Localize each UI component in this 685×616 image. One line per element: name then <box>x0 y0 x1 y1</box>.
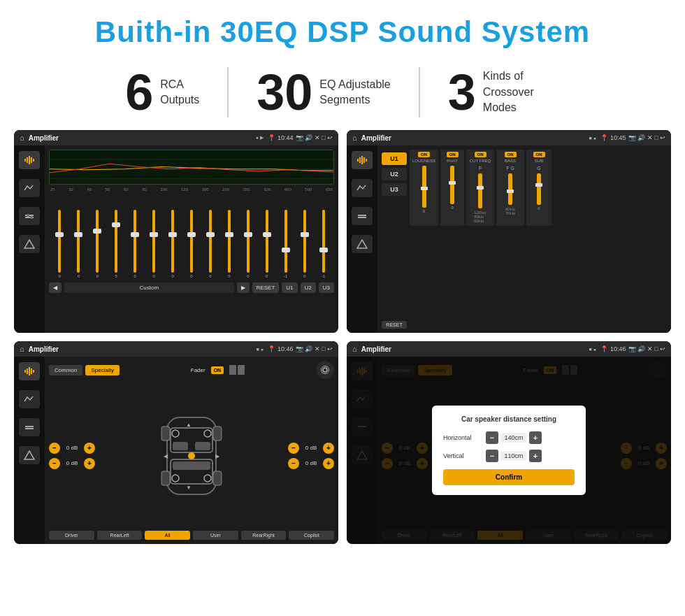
eq-slider-5[interactable]: 0 <box>145 210 164 278</box>
svg-rect-36 <box>195 442 210 450</box>
eq-panel-icon-2[interactable] <box>19 179 40 197</box>
crossover-panel-icon-4[interactable] <box>352 235 373 253</box>
dialog-vertical-plus[interactable]: + <box>529 450 542 462</box>
fader-left-db-controls: − 0 dB + − 0 dB + <box>49 383 95 528</box>
eq-slider-0[interactable]: 0 <box>50 210 69 278</box>
crossover-status-bar: ⌂ Amplifier ■ ● 📍 10:45 📷 🔊 ✕ □ ↩ <box>347 130 671 145</box>
svg-rect-2 <box>29 156 30 164</box>
svg-rect-24 <box>29 367 30 375</box>
phat-on[interactable]: ON <box>447 152 459 157</box>
eq-u2-button[interactable]: U2 <box>301 282 316 293</box>
eq-reset-button[interactable]: RESET <box>252 282 280 293</box>
eq-panel-icon-1[interactable] <box>19 151 40 169</box>
eq-slider-2[interactable]: 0 <box>88 210 107 278</box>
eq-slider-12[interactable]: -1 <box>276 210 295 278</box>
eq-preset-label: Custom <box>64 282 234 293</box>
eq-next-button[interactable]: ▶ <box>237 282 250 293</box>
fader-rr-minus[interactable]: − <box>288 458 299 469</box>
eq-u1-button[interactable]: U1 <box>282 282 297 293</box>
fader-status-bar: ⌂ Amplifier ■ ● 📍 10:46 📷 🔊 ✕ □ ↩ <box>14 341 338 357</box>
fader-settings-icon[interactable] <box>316 361 334 379</box>
loudness-on[interactable]: ON <box>418 152 430 157</box>
fader-left-panel <box>14 357 45 544</box>
eq-slider-9[interactable]: 0 <box>219 210 238 278</box>
phat-slider[interactable] <box>450 166 454 204</box>
fader-user-button[interactable]: User <box>193 531 238 540</box>
dialog-vertical-minus[interactable]: − <box>486 450 498 462</box>
dialog-home-icon: ⌂ <box>352 345 357 353</box>
crossover-screen: ⌂ Amplifier ■ ● 📍 10:45 📷 🔊 ✕ □ ↩ <box>347 130 671 333</box>
crossover-u3-button[interactable]: U3 <box>382 183 407 196</box>
crossover-reset-button[interactable]: RESET <box>382 321 407 329</box>
crossover-u1-button[interactable]: U1 <box>382 152 407 165</box>
eq-prev-button[interactable]: ◀ <box>49 282 62 293</box>
loudness-slider[interactable] <box>422 166 426 208</box>
fader-rl-plus[interactable]: + <box>84 458 95 469</box>
fader-rr-value: 0 dB <box>301 460 321 466</box>
confirm-button[interactable]: Confirm <box>443 469 575 485</box>
svg-rect-1 <box>27 157 28 163</box>
bass-slider[interactable] <box>508 173 512 205</box>
svg-rect-41 <box>213 471 222 485</box>
fader-fr-plus[interactable]: + <box>323 443 334 454</box>
eq-slider-3[interactable]: 5 <box>107 210 126 278</box>
fader-rl-minus[interactable]: − <box>49 458 60 469</box>
fader-common-button[interactable]: Common <box>49 365 82 375</box>
sub-on[interactable]: ON <box>533 152 545 157</box>
loudness-val: 0 <box>423 209 425 213</box>
sub-slider[interactable] <box>537 173 541 205</box>
crossover-u2-button[interactable]: U2 <box>382 168 407 180</box>
fader-rearleft-button[interactable]: RearLeft <box>97 531 143 540</box>
dialog-screen: ⌂ Amplifier ■ ● 📍 10:46 📷 🔊 ✕ □ ↩ <box>347 341 671 544</box>
svg-point-31 <box>321 366 329 374</box>
svg-rect-18 <box>366 159 367 162</box>
fader-all-button[interactable]: All <box>145 531 190 540</box>
dialog-horizontal-minus[interactable]: − <box>486 431 498 444</box>
eq-slider-11[interactable]: 0 <box>257 210 276 278</box>
dialog-box: Car speaker distance setting Horizontal … <box>432 406 586 495</box>
eq-slider-7[interactable]: 0 <box>182 210 201 278</box>
eq-slider-14[interactable]: -1 <box>314 210 333 278</box>
crossover-presets: U1 U2 U3 RESET <box>382 150 407 329</box>
eq-slider-10[interactable]: 0 <box>238 210 257 278</box>
fader-main-content: Common Specialty Fader ON <box>45 357 338 544</box>
bass-on[interactable]: ON <box>505 152 517 157</box>
fader-rearright-button[interactable]: RearRight <box>241 531 287 540</box>
fader-specialty-button[interactable]: Specialty <box>85 365 119 375</box>
svg-point-30 <box>323 368 327 372</box>
fader-rr-plus[interactable]: + <box>323 458 334 469</box>
crossover-panel-icon-2[interactable] <box>352 179 373 197</box>
svg-point-43 <box>172 430 179 437</box>
eq-u3-button[interactable]: U3 <box>319 282 334 293</box>
crossover-panel-icon-1[interactable] <box>352 151 373 169</box>
eq-slider-4[interactable]: 0 <box>126 210 145 278</box>
stat-crossover-number: 3 <box>448 67 476 117</box>
fader-fr-minus[interactable]: − <box>288 443 299 454</box>
fader-panel-icon-3[interactable] <box>19 418 40 436</box>
fader-copilot-button[interactable]: Copilot <box>289 531 334 540</box>
fader-fl-plus[interactable]: + <box>84 443 95 454</box>
crossover-panel-icon-3[interactable] <box>352 207 373 225</box>
svg-rect-14 <box>357 159 359 162</box>
phat-label: PHAT <box>447 159 458 163</box>
fader-panel-icon-4[interactable] <box>19 446 40 464</box>
eq-slider-6[interactable]: 0 <box>164 210 182 278</box>
eq-slider-13[interactable]: 0 <box>295 210 314 278</box>
eq-slider-1[interactable]: 0 <box>69 210 88 278</box>
fader-on-toggle[interactable]: ON <box>211 366 224 374</box>
svg-rect-0 <box>24 159 26 162</box>
cutfreq-on[interactable]: ON <box>475 152 486 157</box>
svg-rect-19 <box>358 215 366 216</box>
dialog-horizontal-plus[interactable]: + <box>529 431 542 444</box>
eq-panel-icon-3[interactable] <box>19 207 40 225</box>
fader-fl-minus[interactable]: − <box>49 443 60 454</box>
fader-driver-button[interactable]: Driver <box>49 531 94 540</box>
eq-slider-8[interactable]: 0 <box>201 210 220 278</box>
cutfreq-slider[interactable] <box>478 173 482 208</box>
dialog-app-name: Amplifier <box>361 345 585 353</box>
svg-marker-29 <box>24 451 34 459</box>
svg-rect-20 <box>358 217 366 218</box>
eq-panel-icon-4[interactable] <box>19 235 40 253</box>
fader-panel-icon-1[interactable] <box>19 362 40 380</box>
fader-panel-icon-2[interactable] <box>19 390 40 408</box>
